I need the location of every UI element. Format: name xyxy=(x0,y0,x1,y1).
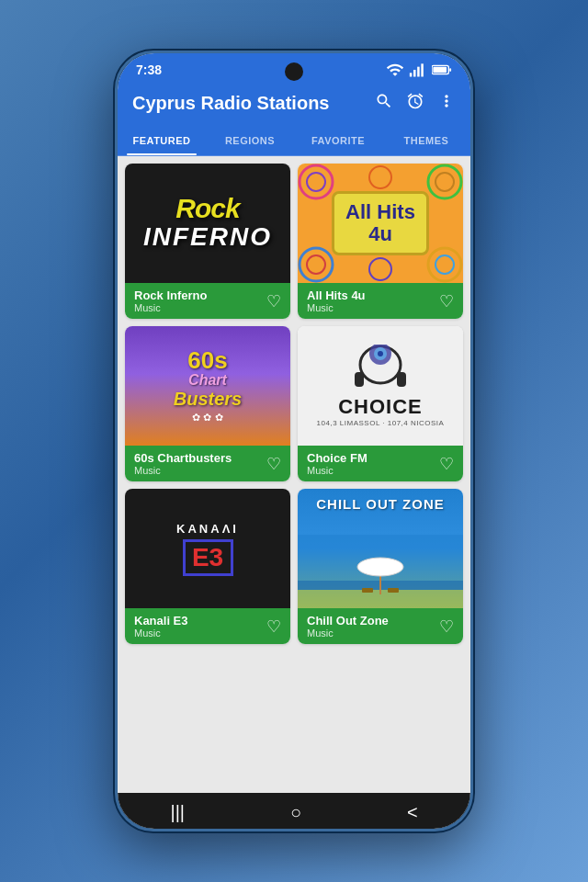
chartbusters-favorite[interactable]: ♡ xyxy=(266,454,281,474)
nav-back-icon[interactable]: < xyxy=(407,802,418,823)
station-card-chill-out[interactable]: CHILL OUT ZONE xyxy=(298,489,463,644)
all-hits-center: All Hits 4u xyxy=(332,191,429,255)
svg-point-8 xyxy=(307,173,325,191)
station-card-rock-inferno[interactable]: Rock INFERNO Rock Inferno Music ♡ xyxy=(125,164,290,319)
rock-inferno-name: Rock Inferno xyxy=(134,288,207,302)
rock-inferno-title-rock: Rock xyxy=(175,195,239,222)
status-icons xyxy=(386,61,452,79)
tabs-bar: FEATURED REGIONS FAVORITE THEMES xyxy=(118,126,470,156)
svg-point-27 xyxy=(357,558,403,576)
status-bar: 7:38 xyxy=(118,53,470,83)
station-card-choice-fm[interactable]: CHOICE 104,3 LIMASSOL · 107,4 NICOSIA Ch… xyxy=(298,326,463,481)
svg-rect-5 xyxy=(449,68,451,72)
all-hits-name: All Hits 4u xyxy=(307,288,366,302)
chill-out-image: CHILL OUT ZONE xyxy=(298,489,463,608)
kanali-genre: Music xyxy=(134,628,188,639)
station-card-all-hits[interactable]: All Hits 4u All Hits 4u Music ♡ xyxy=(298,164,463,319)
tab-themes[interactable]: THEMES xyxy=(382,126,470,155)
all-hits-info: All Hits 4u Music xyxy=(307,288,366,313)
status-time: 7:38 xyxy=(136,62,162,77)
choice-fm-footer: Choice FM Music ♡ xyxy=(298,446,463,481)
screen: 7:38 xyxy=(118,53,470,829)
tab-featured[interactable]: FEATURED xyxy=(118,126,206,155)
more-menu-icon[interactable] xyxy=(437,92,456,115)
chartbusters-60s: 60s xyxy=(187,348,227,372)
svg-point-12 xyxy=(307,255,325,274)
svg-rect-6 xyxy=(433,67,447,73)
station-card-chartbusters[interactable]: 60s Chart Busters ✿ ✿ ✿ 60s Chartbusters… xyxy=(125,326,290,481)
svg-rect-28 xyxy=(362,588,373,593)
chill-out-name: Chill Out Zone xyxy=(307,614,389,628)
chill-out-favorite[interactable]: ♡ xyxy=(439,616,454,637)
all-hits-genre: Music xyxy=(307,302,366,313)
svg-point-11 xyxy=(300,248,333,281)
chill-out-scene xyxy=(298,535,463,608)
kanali-image: ΚANAΛΙ E3 xyxy=(125,489,290,608)
chartbusters-genre: Music xyxy=(134,465,232,476)
chill-out-footer: Chill Out Zone Music ♡ xyxy=(298,608,463,644)
rock-inferno-info: Rock Inferno Music xyxy=(134,288,207,313)
nav-menu-icon[interactable]: ||| xyxy=(170,802,185,823)
chartbusters-busters: Busters xyxy=(174,389,242,410)
kanali-e-text: E3 xyxy=(192,543,223,572)
choice-fm-image: CHOICE 104,3 LIMASSOL · 107,4 NICOSIA xyxy=(298,326,463,446)
chartbusters-footer: 60s Chartbusters Music ♡ xyxy=(125,446,290,481)
rock-inferno-favorite[interactable]: ♡ xyxy=(266,291,281,311)
svg-point-7 xyxy=(300,165,333,198)
all-hits-favorite[interactable]: ♡ xyxy=(439,291,454,311)
chill-out-genre: Music xyxy=(307,628,389,639)
choice-fm-logo-text: CHOICE xyxy=(338,395,423,419)
app-header: Cyprus Radio Stations xyxy=(118,83,470,126)
station-grid-content: Rock INFERNO Rock Inferno Music ♡ xyxy=(118,156,470,793)
svg-point-9 xyxy=(428,165,461,198)
svg-rect-0 xyxy=(410,73,413,76)
kanali-footer: Kanali E3 Music ♡ xyxy=(125,608,290,644)
kanali-name: Kanali E3 xyxy=(134,614,188,628)
rock-inferno-genre: Music xyxy=(134,302,207,313)
svg-rect-2 xyxy=(417,67,420,77)
station-grid: Rock INFERNO Rock Inferno Music ♡ xyxy=(125,164,463,644)
chartbusters-info: 60s Chartbusters Music xyxy=(134,451,232,476)
svg-point-14 xyxy=(435,255,454,274)
all-hits-image: All Hits 4u xyxy=(298,164,463,283)
svg-rect-1 xyxy=(413,70,416,77)
choice-fm-frequency: 104,3 LIMASSOL · 107,4 NICOSIA xyxy=(317,419,445,427)
kanali-favorite[interactable]: ♡ xyxy=(266,616,281,637)
rock-inferno-image: Rock INFERNO xyxy=(125,164,290,283)
chartbusters-flowers: ✿ ✿ ✿ xyxy=(192,412,222,424)
chartbusters-chart: Chart xyxy=(188,372,227,389)
tab-regions[interactable]: REGIONS xyxy=(206,126,294,155)
choice-fm-info: Choice FM Music xyxy=(307,451,368,476)
choice-headphone-icon xyxy=(344,345,417,395)
kanali-logo-box: E3 xyxy=(183,539,233,576)
svg-point-16 xyxy=(369,258,391,280)
bottom-nav: ||| ○ < xyxy=(118,793,470,829)
svg-point-10 xyxy=(435,173,454,191)
choice-fm-favorite[interactable]: ♡ xyxy=(439,454,454,474)
svg-rect-22 xyxy=(397,372,406,387)
choice-fm-name: Choice FM xyxy=(307,451,368,465)
battery-icon xyxy=(432,64,452,75)
rock-inferno-footer: Rock Inferno Music ♡ xyxy=(125,283,290,319)
chartbusters-image: 60s Chart Busters ✿ ✿ ✿ xyxy=(125,326,290,446)
chill-out-title: CHILL OUT ZONE xyxy=(298,496,463,513)
choice-fm-genre: Music xyxy=(307,465,368,476)
kanali-title-text: ΚANAΛΙ xyxy=(176,522,239,536)
phone-frame: 7:38 xyxy=(115,51,473,831)
notch xyxy=(285,62,303,81)
search-icon[interactable] xyxy=(375,92,393,115)
svg-point-13 xyxy=(428,248,461,281)
kanali-info: Kanali E3 Music xyxy=(134,614,188,639)
svg-rect-29 xyxy=(388,588,399,593)
tab-favorite[interactable]: FAVORITE xyxy=(294,126,382,155)
nav-home-icon[interactable]: ○ xyxy=(290,802,301,823)
svg-rect-21 xyxy=(355,372,364,387)
header-icons xyxy=(375,92,456,115)
svg-point-20 xyxy=(378,351,383,356)
chartbusters-name: 60s Chartbusters xyxy=(134,451,232,465)
svg-rect-3 xyxy=(421,63,424,76)
rock-inferno-title-inferno: INFERNO xyxy=(143,222,272,252)
station-card-kanali[interactable]: ΚANAΛΙ E3 Kanali E3 Music ♡ xyxy=(125,489,290,644)
alarm-icon[interactable] xyxy=(406,92,424,115)
wifi-icon xyxy=(386,61,404,79)
